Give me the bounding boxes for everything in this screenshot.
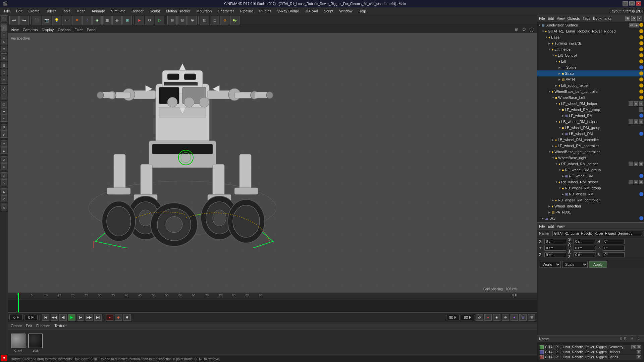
tool-brush[interactable]: 🖌 [1, 131, 7, 138]
menu-window[interactable]: Window [337, 8, 355, 14]
coord-z-pos[interactable] [544, 252, 566, 257]
tree-item-rf-rm-group[interactable]: ▼ ■ RF_wheel_RM_group [537, 167, 644, 173]
timeline-options-4[interactable]: ⊕ [502, 314, 509, 321]
timeline-options-6[interactable]: ☰ [519, 314, 527, 321]
floor-button[interactable]: ▭ [62, 16, 71, 25]
asset-icon-3[interactable]: ⊞ [637, 350, 641, 354]
viewport-menu-display[interactable]: Display [42, 28, 54, 32]
tool-lasso[interactable]: ⌾ [1, 76, 7, 82]
tree-item-subdivision[interactable]: ▼ ⊞ Subdivision Surface 🏷 ◈ [537, 22, 644, 28]
viewport-canvas[interactable]: Perspective [8, 34, 537, 292]
menu-select[interactable]: Select [43, 8, 59, 14]
new-object-button[interactable]: ⬛ [32, 16, 41, 25]
timeline-ruler[interactable]: 0 5 10 15 20 25 30 35 40 45 50 55 60 65 … [8, 293, 537, 299]
viewport-icon-layout[interactable]: ⊞ [514, 27, 519, 33]
viewport-menu-cameras[interactable]: Cameras [23, 28, 38, 32]
timeline-options-1[interactable]: ⚙ [476, 314, 483, 321]
minimize-button[interactable]: _ [623, 1, 628, 6]
render-settings-button[interactable]: ⚙ [145, 16, 154, 25]
menu-character[interactable]: Character [215, 8, 236, 14]
window-controls[interactable]: _ □ ✕ [623, 1, 641, 6]
vis-icon-rf[interactable]: ◈ [634, 162, 638, 166]
tool-bones[interactable]: ☓ [1, 172, 7, 179]
tree-item-lf-ctrl[interactable]: ▶ ♦ LF_wheel_RM_controller [537, 143, 644, 149]
tool-snap[interactable]: ⊿ [1, 156, 7, 163]
tool-select[interactable]: ▦ [1, 62, 7, 68]
menu-3dtoall[interactable]: 3DToAll [303, 8, 321, 14]
attr-file-menu[interactable]: File [539, 224, 545, 228]
ren-icon-lf[interactable]: ✕ [639, 101, 643, 106]
obj-tags-menu[interactable]: Tags [583, 16, 590, 20]
panel-icon-2[interactable]: ⚙ [631, 16, 636, 21]
ungroup-button[interactable]: ◻ [210, 16, 219, 25]
tag-icon-lfg[interactable]: · [639, 107, 643, 112]
step-back-button[interactable]: ◀| [59, 314, 67, 321]
coord-b-val[interactable] [603, 252, 625, 257]
current-frame-display[interactable]: 0 F [9, 315, 23, 320]
tool-transform[interactable]: ⊕ [1, 46, 7, 52]
tool-point[interactable]: • [1, 115, 7, 122]
material-black[interactable]: Blac [28, 334, 43, 352]
coord-sy-val[interactable] [574, 246, 595, 251]
frame-input[interactable]: 0 F [24, 315, 38, 320]
tag-icon-rb[interactable]: · [629, 180, 633, 184]
mat-menu-create[interactable]: Create [11, 324, 22, 328]
tool-arc[interactable]: ⌒ [1, 92, 7, 99]
menu-pipeline[interactable]: Pipeline [237, 8, 256, 14]
tool-weight[interactable]: ⚖ [1, 195, 7, 202]
obj-file-menu[interactable]: File [539, 16, 545, 20]
close-button[interactable]: ✕ [636, 1, 641, 6]
tree-item-lb-ctrl[interactable]: ▶ ♦ LB_wheel_RM_controller [537, 137, 644, 143]
menu-mograph[interactable]: MoGraph [194, 8, 214, 14]
obj-bookmarks-menu[interactable]: Bookmarks [593, 16, 611, 20]
effector-button[interactable]: ◎ [112, 16, 122, 25]
ren-icon-rf[interactable]: ✕ [639, 162, 643, 166]
tag-icon-lb[interactable]: · [629, 119, 633, 124]
coord-system-select[interactable]: World Local Parent [540, 261, 561, 268]
tag-icon-lf[interactable]: · [629, 101, 633, 106]
timeline-options-7[interactable]: ⊞ [528, 314, 535, 321]
tool-box-select[interactable]: ◫ [1, 69, 7, 75]
tree-item-rf-rm[interactable]: ▶ ⊞ RF_wheel_RM [537, 173, 644, 179]
vis-icon-rb[interactable]: ◈ [634, 180, 638, 184]
end-frame-display[interactable]: 90 F [446, 315, 460, 320]
obj-edit-menu[interactable]: Edit [548, 16, 554, 20]
tool-edge[interactable]: ━ [1, 108, 7, 115]
redo-button[interactable]: ↪ [19, 16, 29, 25]
tree-item-wheelbase-left-ctrl[interactable]: ▼ ♦ WheelBase_Left_controller [537, 88, 644, 95]
vis-icon-lf[interactable]: ◈ [634, 101, 638, 106]
tool-options[interactable]: ⚙ [1, 204, 7, 211]
timeline-options-2[interactable]: ● [484, 314, 492, 321]
tree-item-rb-rm-helper[interactable]: ▼ ♦ RB_wheel_RM_helper · ◈ ✕ [537, 179, 644, 185]
tree-item-lf-rm-helper[interactable]: ▼ ♦ LF_wheel_RM_helper · ◈ ✕ [537, 101, 644, 107]
viewport-menu-options[interactable]: Options [58, 28, 70, 32]
menu-vray[interactable]: V-Ray Bridge [275, 8, 302, 14]
tree-item-lb-rm-group[interactable]: ▼ ■ LB_wheel_RM_group [537, 125, 644, 131]
vis-icon-lb[interactable]: ◈ [634, 119, 638, 124]
menu-help[interactable]: Help [356, 8, 369, 14]
material-gitai[interactable]: GITAI [11, 334, 25, 352]
timeline-options-3[interactable]: ◈ [493, 314, 500, 321]
camera-button[interactable]: 📷 [42, 16, 51, 25]
tree-item-turning[interactable]: ▶ ♦ Turning_inwards [537, 40, 644, 46]
tree-item-lf-rm[interactable]: ▶ ⊞ LF_wheel_RM [537, 113, 644, 119]
menu-edit[interactable]: Edit [13, 8, 25, 14]
tree-item-path001[interactable]: ▶ ⊟ PATH001 [537, 209, 644, 215]
asset-geometry[interactable]: GITAI_R1_Lunar_Robotic_Rover_Rigged_Geom… [538, 345, 643, 350]
play-forward-button[interactable]: ▶▶ [86, 314, 93, 321]
mat-menu-function[interactable]: Function [36, 324, 50, 328]
maximize-button[interactable]: □ [629, 1, 635, 6]
menu-render[interactable]: Render [129, 8, 146, 14]
tree-item-rb-ctrl[interactable]: ▶ ♦ RB_wheel_RM_controller [537, 197, 644, 203]
tool-paint[interactable]: ✏ [1, 55, 7, 61]
asset-helpers[interactable]: GITAI_R1_Lunar_Robotic_Rover_Rigged_Help… [538, 350, 643, 355]
transform-mode-select[interactable]: Scale Rotate Translate [562, 261, 588, 268]
tree-item-sky[interactable]: ▶ ☁ Sky [537, 215, 644, 221]
coord-y-pos[interactable] [544, 246, 566, 251]
menu-sculpt[interactable]: Sculpt [147, 8, 163, 14]
group-button[interactable]: ◫ [200, 16, 209, 25]
obj-view-menu[interactable]: View [557, 16, 565, 20]
asset-bones[interactable]: GITAI_R1_Lunar_Robotic_Rover_Rigged_Bone… [538, 355, 643, 360]
menu-tools[interactable]: Tools [59, 8, 73, 14]
coord-x-pos[interactable] [544, 239, 566, 244]
